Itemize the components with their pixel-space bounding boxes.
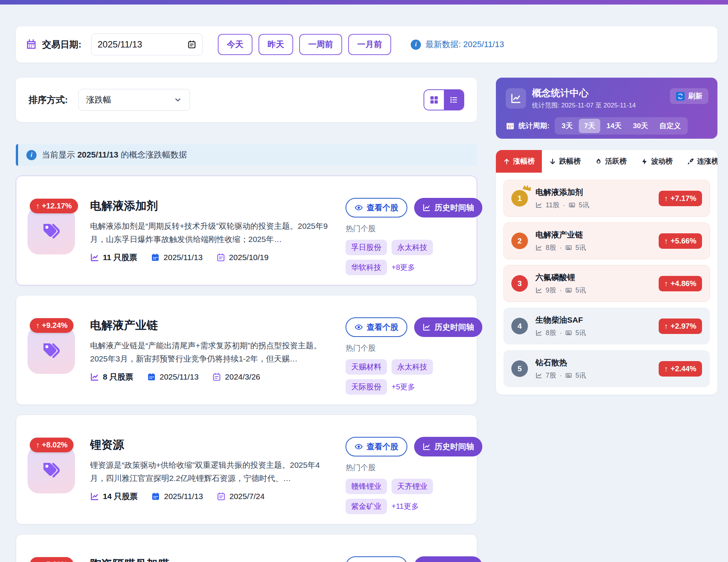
eye-icon xyxy=(355,323,363,331)
sort-bar: 排序方式: 涨跌幅 xyxy=(16,78,477,122)
list-icon xyxy=(449,95,459,105)
stock-tag[interactable]: 赣锋锂业 xyxy=(346,479,387,494)
history-timeline-button[interactable]: 历史时间轴 xyxy=(414,198,482,217)
week-ago-button[interactable]: 一周前 xyxy=(299,34,342,55)
grid-view-button[interactable] xyxy=(424,90,444,110)
view-stocks-button[interactable]: 查看个股 xyxy=(346,317,407,337)
mini-calendar-icon xyxy=(506,121,515,130)
chevron-down-icon xyxy=(174,96,182,104)
arrow-up-icon xyxy=(503,158,510,165)
calendar-filled-icon xyxy=(151,253,160,262)
update-date: 2025/11/13 xyxy=(151,253,203,262)
history-timeline-button[interactable]: 历史时间轴 xyxy=(414,556,482,562)
change-badge: +7.29% xyxy=(30,557,73,562)
ranking-item[interactable]: 1 电解液添加剂 11股·5讯 +7.17% xyxy=(503,180,710,217)
ranking-item[interactable]: 5 钻石散热 7股·5讯 +2.44% xyxy=(503,350,710,387)
period-3d[interactable]: 3天 xyxy=(556,119,578,133)
trade-date-input[interactable]: 2025/11/13 xyxy=(91,34,203,55)
view-stocks-button[interactable]: 查看个股 xyxy=(346,556,407,562)
ranking-concept-name: 电解液添加剂 xyxy=(535,187,652,198)
chart-icon xyxy=(535,372,542,379)
concept-card: +8.02% 锂资源 锂资源是“政策驱动+供给收缩”双重逻辑共振的投资主题。20… xyxy=(16,415,477,524)
tag-icon xyxy=(40,338,63,362)
more-stocks-link[interactable]: +5更多 xyxy=(392,382,415,392)
stats-column: 概念统计中心 统计范围: 2025-11-07 至 2025-11-14 刷新 … xyxy=(496,78,717,395)
tab-losers[interactable]: 跌幅榜 xyxy=(542,150,588,173)
stock-tag[interactable]: 永太科技 xyxy=(392,359,433,375)
ranking-change-badge: +2.97% xyxy=(659,319,702,334)
list-view-button[interactable] xyxy=(444,90,463,110)
stats-title: 概念统计中心 xyxy=(532,87,636,99)
history-timeline-button[interactable]: 历史时间轴 xyxy=(414,437,482,456)
stock-tag[interactable]: 天际股份 xyxy=(346,379,387,395)
calendar-icon xyxy=(26,39,37,50)
date-picker-icon[interactable] xyxy=(187,40,196,49)
month-ago-button[interactable]: 一月前 xyxy=(348,34,391,55)
chart-icon xyxy=(90,492,99,501)
refresh-icon xyxy=(676,92,685,101)
tab-streak[interactable]: 连涨榜 xyxy=(680,150,717,173)
period-7d[interactable]: 7天 xyxy=(579,119,601,133)
timeline-chart-icon xyxy=(422,443,431,451)
today-button[interactable]: 今天 xyxy=(218,34,252,55)
news-icon xyxy=(565,372,572,379)
page: 交易日期: 2025/11/13 今天 昨天 一周前 一月前 i 最新数据: 2… xyxy=(0,5,728,562)
stock-tag[interactable]: 天赐材料 xyxy=(346,359,387,375)
latest-data-note: i 最新数据: 2025/11/13 xyxy=(411,39,504,50)
more-stocks-link[interactable]: +11更多 xyxy=(392,501,419,511)
sort-select[interactable]: 涨跌幅 xyxy=(78,89,190,111)
ranking-change-badge: +4.86% xyxy=(659,276,702,291)
concept-list-column: 排序方式: 涨跌幅 i 当前显示 2025 xyxy=(16,78,477,562)
tag-icon xyxy=(40,219,63,242)
tab-gainers[interactable]: 涨幅榜 xyxy=(496,150,542,173)
top-accent-bar xyxy=(0,0,728,5)
update-date: 2025/11/13 xyxy=(151,492,203,501)
banner-text: 当前显示 2025/11/13 的概念涨跌幅数据 xyxy=(42,149,187,161)
tab-volatility[interactable]: 波动榜 xyxy=(634,150,680,173)
tab-active[interactable]: 活跃榜 xyxy=(588,150,634,173)
chart-icon xyxy=(535,202,542,208)
news-icon xyxy=(565,287,572,294)
change-badge: +12.17% xyxy=(30,199,78,213)
stock-tag[interactable]: 华软科技 xyxy=(346,260,387,275)
calendar-outline-icon xyxy=(212,372,221,381)
arrow-down-icon xyxy=(549,158,556,165)
ranking-item[interactable]: 3 六氟磷酸锂 9股·5讯 +4.86% xyxy=(503,265,710,302)
up-arrow-icon xyxy=(664,364,668,373)
period-30d[interactable]: 30天 xyxy=(628,119,653,133)
concept-description: 锂资源是“政策驱动+供给收缩”双重逻辑共振的投资主题。2025年4月，四川雅江官… xyxy=(90,459,332,485)
stock-tag[interactable]: 天齐锂业 xyxy=(392,479,433,494)
stock-tag[interactable]: 紫金矿业 xyxy=(346,499,387,514)
stock-count: 11 只股票 xyxy=(90,252,137,263)
up-arrow-icon xyxy=(664,194,668,203)
chart-icon xyxy=(535,287,542,294)
stock-tag[interactable]: 孚日股份 xyxy=(346,240,387,255)
chart-icon xyxy=(90,253,99,262)
change-badge: +9.24% xyxy=(30,318,73,333)
ranking-change-badge: +7.17% xyxy=(659,191,702,206)
period-14d[interactable]: 14天 xyxy=(601,119,627,133)
calendar-filled-icon xyxy=(151,492,160,501)
history-timeline-button[interactable]: 历史时间轴 xyxy=(414,317,482,337)
stock-tag[interactable]: 永太科技 xyxy=(392,240,433,255)
change-badge: +8.02% xyxy=(30,438,73,452)
more-stocks-link[interactable]: +8更多 xyxy=(392,262,415,273)
create-date: 2025/7/24 xyxy=(217,492,265,501)
ranking-item[interactable]: 4 生物柴油SAF 8股·5讯 +2.97% xyxy=(503,308,710,345)
calendar-filled-icon xyxy=(147,372,156,381)
banner-date: 2025/11/13 xyxy=(77,150,118,159)
chart-icon xyxy=(90,372,99,381)
refresh-button[interactable]: 刷新 xyxy=(670,88,708,104)
info-icon: i xyxy=(411,40,421,50)
concept-stats-center: 概念统计中心 统计范围: 2025-11-07 至 2025-11-14 刷新 … xyxy=(496,78,717,139)
chart-icon xyxy=(535,329,542,336)
current-view-banner: i 当前显示 2025/11/13 的概念涨跌幅数据 xyxy=(16,144,477,166)
sort-label: 排序方式: xyxy=(29,94,68,106)
view-stocks-button[interactable]: 查看个股 xyxy=(346,198,407,217)
ranking-item[interactable]: 2 电解液产业链 8股·5讯 +5.66% xyxy=(503,222,710,259)
period-custom[interactable]: 自定义 xyxy=(654,119,686,133)
quick-date-buttons: 今天 昨天 一周前 一月前 xyxy=(218,34,391,55)
news-icon xyxy=(569,202,575,208)
yesterday-button[interactable]: 昨天 xyxy=(258,34,293,55)
view-stocks-button[interactable]: 查看个股 xyxy=(346,437,407,456)
